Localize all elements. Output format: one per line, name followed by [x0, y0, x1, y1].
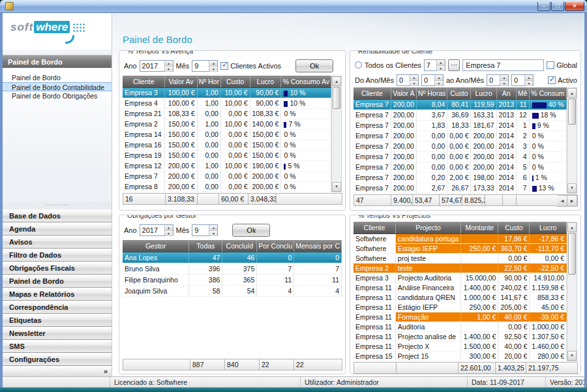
minimize-button[interactable]: – [537, 2, 550, 11]
table-cell[interactable]: 0 % [281, 140, 331, 150]
table-cell[interactable]: 9 % [529, 120, 566, 130]
table-row[interactable]: Empresa 7200,000,000,00 €200,00201430 % [354, 141, 567, 151]
table-cell[interactable]: Empresa 12 [123, 160, 165, 171]
spin-up-icon[interactable]: ▲ [165, 61, 173, 67]
table-cell[interactable]: Estágio IEFP [395, 243, 460, 253]
table-cell[interactable]: Empresa 11 [354, 292, 395, 302]
table-cell[interactable]: Empresa 7 [123, 171, 165, 181]
table-cell[interactable]: 0,00 [197, 129, 220, 140]
column-header[interactable]: Valor A [391, 87, 416, 99]
global-checkbox[interactable]: Global [547, 61, 577, 69]
column-header[interactable]: Cliente [354, 87, 391, 99]
table-cell[interactable]: 10 % [281, 87, 331, 98]
table-cell[interactable]: 0,00 [197, 181, 220, 192]
table-cell[interactable]: Empresa 11 [354, 341, 395, 351]
table-cell[interactable]: 20,00 € [498, 351, 530, 361]
checkbox-box[interactable] [220, 62, 228, 70]
scrollbar-thumb[interactable] [568, 98, 576, 125]
table-cell[interactable]: 200,00 € [165, 160, 197, 171]
table-cell[interactable]: candidatura QREN [395, 292, 460, 302]
vertical-scrollbar[interactable]: ▲ ▼ [331, 76, 342, 192]
table-cell[interactable]: 0,00 [416, 151, 447, 162]
table-cell[interactable]: 7 [294, 263, 342, 274]
table-cell[interactable]: 100,00 € [165, 87, 197, 98]
table-cell[interactable]: 200,00 € [165, 171, 197, 181]
todos-os-clientes-radio[interactable] [355, 61, 362, 68]
scroll-down-icon[interactable]: ▼ [567, 351, 577, 361]
sidebar-subitem[interactable]: Painel de Bordo [3, 73, 112, 82]
table-cell[interactable]: Filipe Branquinho [123, 274, 189, 285]
table-cell[interactable]: 100,00 € [165, 98, 197, 108]
table-cell[interactable]: 0 [294, 252, 342, 263]
sidebar-nav-item[interactable]: SMS [3, 340, 112, 353]
table-cell[interactable]: 375 [222, 263, 257, 274]
table-cell[interactable] [461, 234, 498, 243]
table-cell[interactable]: 18 % [529, 110, 566, 120]
table-row[interactable]: Empresa 11Projecto analise de1.400,00 €9… [354, 331, 567, 341]
table-row[interactable]: Empresa 11Auditoria0,00 €1.000,00 € [354, 322, 567, 331]
column-header[interactable]: Projecto [395, 222, 460, 234]
scroll-up-icon[interactable]: ▲ [332, 76, 341, 86]
scroll-right-icon[interactable]: ▶ [567, 195, 577, 207]
table-row[interactable]: Empresa 7200,001,8318,33181,67201419 % [354, 120, 567, 130]
spin-down-icon[interactable]: ▼ [437, 66, 445, 71]
table-cell[interactable]: 3 [516, 141, 529, 151]
do-ano-spinner[interactable]: 0▲▼ [397, 74, 419, 86]
table-cell[interactable]: 0,00 [416, 141, 447, 151]
table-cell[interactable]: 7 [516, 183, 529, 193]
table-cell[interactable]: 7 [257, 263, 294, 274]
table-row[interactable]: Empresa 21108,33 €0,000,00 €108,33 €0 % [123, 108, 331, 119]
table-cell[interactable]: 1.000,00 € [461, 292, 498, 302]
browse-clientes-button[interactable]: ··· [448, 59, 460, 71]
spin-up-icon[interactable]: ▲ [500, 75, 508, 81]
spin-down-icon[interactable]: ▼ [165, 231, 173, 236]
table-cell[interactable]: 150,00 € [250, 150, 281, 160]
ok-button[interactable]: Ok [232, 224, 270, 237]
table-cell[interactable]: 163,31 [471, 110, 496, 120]
table-cell[interactable]: 363,70 € [498, 243, 530, 253]
table-cell[interactable]: 18,33 [447, 120, 471, 130]
table-cell[interactable]: 90,00 € [250, 87, 281, 98]
spin-down-icon[interactable]: ▼ [435, 81, 443, 86]
table-cell[interactable]: Softwhere [354, 234, 395, 243]
table-cell[interactable]: Empresa 14 [123, 129, 165, 140]
table-cell[interactable]: Empresa 11 [354, 322, 395, 331]
table-cell[interactable]: 0,00 € [498, 253, 530, 263]
table-cell[interactable]: 140,00 € [250, 119, 281, 129]
column-header[interactable]: Nº Hor [197, 76, 220, 87]
table-cell[interactable]: 150,00 € [165, 129, 197, 140]
sidebar-collapse[interactable]: » [3, 366, 112, 376]
table-cell[interactable]: 200,00 [471, 151, 496, 162]
table-cell[interactable]: Empresa 2 [354, 263, 395, 273]
sidebar-subitem[interactable]: Painel de Bordo Contabilidade [3, 82, 112, 91]
table-cell[interactable]: 58 [189, 285, 222, 296]
table-cell[interactable]: 1 [516, 120, 529, 130]
table-cell[interactable]: 119,59 [471, 99, 496, 110]
table-cell[interactable]: 200,00 [391, 130, 416, 141]
table-cell[interactable]: 200,00 [471, 130, 496, 141]
table-cell[interactable]: 0,00 € [447, 141, 471, 151]
spin-down-icon[interactable]: ▼ [525, 81, 533, 86]
table-cell[interactable]: 4 [294, 285, 342, 296]
table-row[interactable]: Empresa 12200,00 €1,0010,00 €190,00 €5 % [123, 160, 331, 171]
table-cell[interactable]: Auditoria [395, 322, 460, 331]
table-cell[interactable]: 40,00 € [498, 341, 530, 351]
table-cell[interactable]: 200,00 € [165, 181, 197, 192]
sidebar-nav-item[interactable]: Mapas e Relatórios [3, 288, 112, 301]
table-row[interactable]: Empresa 11Projecto X1.500,00 €40,00 €1.4… [354, 341, 567, 351]
table-cell[interactable]: 240,02 € [498, 282, 530, 292]
spin-up-icon[interactable]: ▲ [209, 61, 217, 67]
table-cell[interactable]: 200,00 [391, 151, 416, 162]
table-row[interactable]: Empresa 7200,003,6736,69163,3120131218 % [354, 110, 567, 120]
table-cell[interactable]: 200,00 [391, 141, 416, 151]
column-header[interactable]: Lucro [530, 222, 567, 234]
table-row[interactable]: Empresa 2150,00 €1,0010,00 €140,00 €7 % [123, 119, 331, 129]
table-cell[interactable]: 10,00 € [220, 119, 250, 129]
table-cell[interactable]: 181,67 [471, 120, 496, 130]
scroll-down-icon[interactable]: ▼ [567, 183, 577, 193]
spin-up-icon[interactable]: ▲ [437, 60, 445, 66]
spin-up-icon[interactable]: ▲ [209, 225, 217, 231]
table-cell[interactable]: 80,41 [447, 99, 471, 110]
table-cell[interactable]: 26,67 [447, 183, 471, 193]
table-cell[interactable]: 150,00 € [165, 140, 197, 150]
